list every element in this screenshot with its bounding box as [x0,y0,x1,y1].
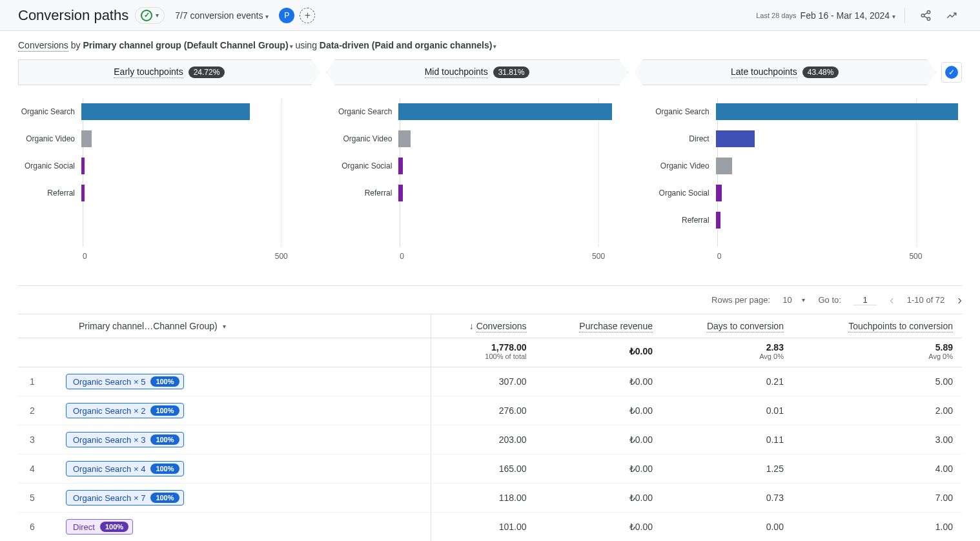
bar-label: Organic Video [18,134,80,143]
bar [716,212,721,229]
cell-touchpoints: 5.00 [793,367,962,396]
cell-days: 0.01 [662,396,793,425]
svg-line-4 [924,16,927,18]
bar-label: Organic Search [653,107,715,116]
table-row: 6 Direct100% 101.00 ₺0.00 0.00 1.00 [18,513,962,542]
path-label: Organic Search × 7 [73,493,145,503]
goto-input[interactable] [853,295,877,305]
col-conversions[interactable]: ↓Conversions [431,314,536,338]
bar-label: Referral [18,189,80,198]
bar [81,158,85,174]
bar-row: Organic Social [335,152,644,179]
x-axis: 0500 [83,252,321,261]
chevron-down-icon: ▾ [892,13,895,20]
bar-row: Referral [335,179,644,207]
cell-touchpoints: 3.00 [793,425,962,454]
dimension-row: Conversions by Primary channel group (De… [0,31,980,59]
bar-chart: Organic SearchOrganic VideoOrganic Socia… [18,98,327,266]
add-segment-button[interactable]: + [300,8,315,23]
pct-badge: 100% [100,522,128,532]
prev-page-button: ‹ [890,292,894,307]
path-label: Organic Search × 2 [73,406,145,416]
insights-icon[interactable] [941,5,962,26]
next-page-button[interactable]: › [957,292,962,307]
bar [81,185,85,201]
row-index: 3 [18,425,57,454]
table-body: 1 Organic Search × 5100% 307.00 ₺0.00 0.… [18,367,962,542]
bar-row: Referral [653,207,962,234]
cell-revenue: ₺0.00 [536,425,662,454]
page-range: 1-10 of 72 [907,295,945,305]
pct-badge: 100% [150,405,179,416]
divider [904,8,905,23]
path-chip[interactable]: Organic Search × 4100% [66,461,184,476]
path-chip[interactable]: Organic Search × 3100% [66,432,184,447]
bar-row: Organic Search [653,98,962,125]
rows-per-page[interactable]: Rows per page: 10 ▾ [711,295,805,305]
bar-label: Organic Video [335,134,397,143]
primary-dimension-selector[interactable]: Primary channel group (Default Channel G… [83,40,292,50]
path-chip[interactable]: Direct100% [66,519,133,535]
bar-row: Organic Search [335,98,644,125]
bar-row: Organic Social [653,179,962,207]
date-preset-label: Last 28 days [756,12,796,19]
path-chip[interactable]: Organic Search × 2100% [66,403,184,418]
share-icon[interactable] [915,5,936,26]
tab-late-touchpoints[interactable]: Late touchpoints43.48% [633,59,936,85]
tab-mid-touchpoints[interactable]: Mid touchpoints31.81% [326,59,629,85]
events-selector[interactable]: 7/7 conversion events ▾ [175,10,269,21]
touchpoint-tabs: Early touchpoints24.72% Mid touchpoints3… [0,59,980,85]
path-label: Organic Search × 3 [73,435,145,445]
col-revenue[interactable]: Purchase revenue [536,314,662,338]
conversions-link[interactable]: Conversions [18,40,68,52]
bar-row: Referral [18,179,327,207]
bar-label: Referral [335,189,397,198]
pct-badge: 100% [150,493,179,503]
cell-revenue: ₺0.00 [536,513,662,542]
bar [398,185,402,201]
date-range-selector[interactable]: Feb 16 - Mar 14, 2024 ▾ [801,10,895,21]
col-dimension[interactable]: Primary channel…Channel Group)▾ [18,314,431,338]
bar [398,130,411,147]
bar-chart: Organic SearchDirectOrganic VideoOrganic… [653,98,962,266]
svg-point-0 [927,10,930,14]
cell-conversions: 307.00 [431,367,536,396]
cell-revenue: ₺0.00 [536,484,662,513]
x-axis: 0500 [717,252,955,261]
table-row: 2 Organic Search × 2100% 276.00 ₺0.00 0.… [18,396,962,425]
table-row: 1 Organic Search × 5100% 307.00 ₺0.00 0.… [18,367,962,396]
table-row: 4 Organic Search × 4100% 165.00 ₺0.00 1.… [18,454,962,484]
svg-line-3 [924,12,927,14]
bar-chart: Organic SearchOrganic VideoOrganic Socia… [335,98,644,266]
chevron-down-icon: ▾ [223,323,226,330]
bar [716,158,732,174]
col-touchpoints[interactable]: Touchpoints to conversion [793,314,962,338]
cell-touchpoints: 1.00 [793,513,962,542]
cell-touchpoints: 7.00 [793,484,962,513]
bar [716,130,755,147]
svg-point-2 [927,17,930,21]
bar-label: Organic Search [18,107,80,116]
path-chip[interactable]: Organic Search × 5100% [66,374,184,389]
bar-row: Organic Social [18,152,327,179]
bar-label: Organic Social [18,161,80,170]
charts-container: Organic SearchOrganic VideoOrganic Socia… [0,85,980,272]
status-selector[interactable]: ✓ ▾ [135,7,165,24]
page-header: Conversion paths ✓ ▾ 7/7 conversion even… [0,0,980,31]
segment-avatar[interactable]: P [279,8,294,23]
chevron-down-icon: ▾ [265,13,269,20]
bar [81,130,92,147]
cell-conversions: 101.00 [431,513,536,542]
bar [398,103,611,120]
bar-label: Organic Social [653,189,715,198]
col-days[interactable]: Days to conversion [662,314,793,338]
model-selector[interactable]: Data-driven (Paid and organic channels)▾ [320,40,497,50]
pct-badge: 31.81% [493,66,530,78]
cell-conversions: 165.00 [431,454,536,484]
chevron-down-icon: ▾ [802,296,805,303]
path-chip[interactable]: Organic Search × 7100% [66,490,184,505]
tab-early-touchpoints[interactable]: Early touchpoints24.72% [18,59,321,85]
sort-down-icon: ↓ [469,321,474,331]
conversion-final[interactable]: ✓ [941,62,962,83]
table-row: 5 Organic Search × 7100% 118.00 ₺0.00 0.… [18,484,962,513]
